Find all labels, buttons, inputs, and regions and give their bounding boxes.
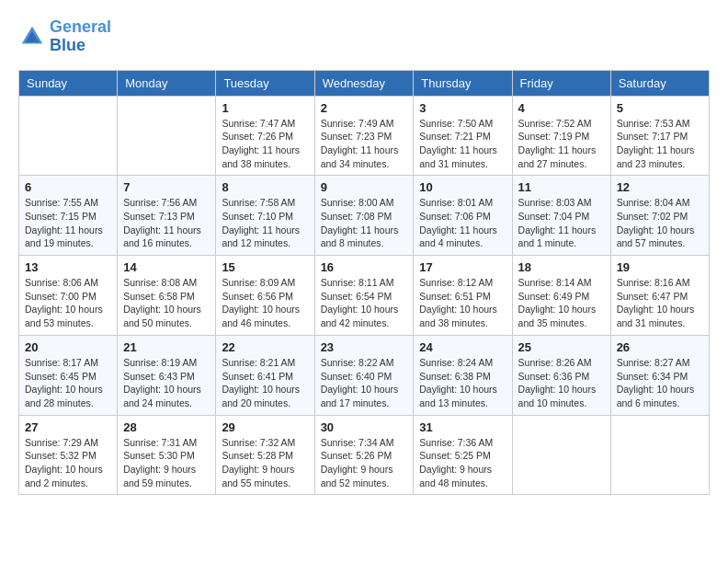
col-header-friday: Friday xyxy=(512,70,610,96)
calendar-cell: 7Sunrise: 7:56 AMSunset: 7:13 PMDaylight… xyxy=(118,176,216,256)
day-number: 2 xyxy=(321,101,408,115)
day-number: 21 xyxy=(123,340,210,354)
day-number: 4 xyxy=(518,101,605,115)
calendar-cell: 15Sunrise: 8:09 AMSunset: 6:56 PMDayligh… xyxy=(216,256,314,336)
calendar-cell xyxy=(118,96,216,176)
day-number: 24 xyxy=(419,340,506,354)
day-info: Sunrise: 8:24 AMSunset: 6:38 PMDaylight:… xyxy=(419,356,506,410)
day-info: Sunrise: 8:19 AMSunset: 6:43 PMDaylight:… xyxy=(123,356,210,410)
day-number: 5 xyxy=(617,101,703,115)
day-number: 23 xyxy=(321,340,408,354)
day-info: Sunrise: 7:34 AMSunset: 5:26 PMDaylight:… xyxy=(321,436,408,490)
day-number: 28 xyxy=(123,420,210,434)
calendar-cell: 9Sunrise: 8:00 AMSunset: 7:08 PMDaylight… xyxy=(314,176,414,256)
day-info: Sunrise: 7:49 AMSunset: 7:23 PMDaylight:… xyxy=(321,117,408,171)
day-info: Sunrise: 8:03 AMSunset: 7:04 PMDaylight:… xyxy=(518,196,605,250)
day-number: 15 xyxy=(222,260,308,274)
day-info: Sunrise: 7:58 AMSunset: 7:10 PMDaylight:… xyxy=(222,196,308,250)
day-number: 27 xyxy=(25,420,111,434)
day-number: 1 xyxy=(222,101,308,115)
logo: General Blue xyxy=(18,18,111,55)
day-number: 11 xyxy=(518,180,605,194)
calendar-cell: 29Sunrise: 7:32 AMSunset: 5:28 PMDayligh… xyxy=(216,415,314,495)
day-info: Sunrise: 7:29 AMSunset: 5:32 PMDaylight:… xyxy=(25,436,111,490)
logo-icon xyxy=(18,23,46,51)
calendar-cell: 11Sunrise: 8:03 AMSunset: 7:04 PMDayligh… xyxy=(512,176,610,256)
day-info: Sunrise: 8:26 AMSunset: 6:36 PMDaylight:… xyxy=(518,356,605,410)
calendar-week-1: 1Sunrise: 7:47 AMSunset: 7:26 PMDaylight… xyxy=(19,96,710,176)
calendar-cell: 21Sunrise: 8:19 AMSunset: 6:43 PMDayligh… xyxy=(118,335,216,415)
day-number: 17 xyxy=(419,260,506,274)
day-info: Sunrise: 8:14 AMSunset: 6:49 PMDaylight:… xyxy=(518,276,605,330)
day-info: Sunrise: 8:21 AMSunset: 6:41 PMDaylight:… xyxy=(222,356,308,410)
calendar-cell: 16Sunrise: 8:11 AMSunset: 6:54 PMDayligh… xyxy=(314,256,414,336)
day-info: Sunrise: 8:09 AMSunset: 6:56 PMDaylight:… xyxy=(222,276,308,330)
calendar-cell: 10Sunrise: 8:01 AMSunset: 7:06 PMDayligh… xyxy=(414,176,512,256)
day-info: Sunrise: 8:06 AMSunset: 7:00 PMDaylight:… xyxy=(25,276,111,330)
day-number: 10 xyxy=(419,180,506,194)
day-info: Sunrise: 7:52 AMSunset: 7:19 PMDaylight:… xyxy=(518,117,605,171)
calendar-week-5: 27Sunrise: 7:29 AMSunset: 5:32 PMDayligh… xyxy=(19,415,710,495)
calendar-cell: 26Sunrise: 8:27 AMSunset: 6:34 PMDayligh… xyxy=(610,335,709,415)
header: General Blue xyxy=(18,18,710,55)
calendar-cell: 22Sunrise: 8:21 AMSunset: 6:41 PMDayligh… xyxy=(216,335,314,415)
day-number: 6 xyxy=(25,180,111,194)
day-number: 18 xyxy=(518,260,605,274)
day-number: 19 xyxy=(617,260,703,274)
calendar-cell: 31Sunrise: 7:36 AMSunset: 5:25 PMDayligh… xyxy=(414,415,512,495)
col-header-saturday: Saturday xyxy=(610,70,709,96)
day-number: 16 xyxy=(321,260,408,274)
calendar-cell: 5Sunrise: 7:53 AMSunset: 7:17 PMDaylight… xyxy=(610,96,709,176)
day-number: 25 xyxy=(518,340,605,354)
day-info: Sunrise: 8:27 AMSunset: 6:34 PMDaylight:… xyxy=(617,356,703,410)
header-row: SundayMondayTuesdayWednesdayThursdayFrid… xyxy=(19,70,710,96)
calendar-week-4: 20Sunrise: 8:17 AMSunset: 6:45 PMDayligh… xyxy=(19,335,710,415)
calendar-cell: 13Sunrise: 8:06 AMSunset: 7:00 PMDayligh… xyxy=(19,256,118,336)
calendar-cell: 28Sunrise: 7:31 AMSunset: 5:30 PMDayligh… xyxy=(118,415,216,495)
calendar-cell xyxy=(610,415,709,495)
calendar-cell: 30Sunrise: 7:34 AMSunset: 5:26 PMDayligh… xyxy=(314,415,414,495)
calendar-week-2: 6Sunrise: 7:55 AMSunset: 7:15 PMDaylight… xyxy=(19,176,710,256)
day-info: Sunrise: 7:47 AMSunset: 7:26 PMDaylight:… xyxy=(222,117,308,171)
calendar-cell: 27Sunrise: 7:29 AMSunset: 5:32 PMDayligh… xyxy=(19,415,118,495)
calendar-cell: 19Sunrise: 8:16 AMSunset: 6:47 PMDayligh… xyxy=(610,256,709,336)
day-number: 8 xyxy=(222,180,308,194)
calendar-cell: 3Sunrise: 7:50 AMSunset: 7:21 PMDaylight… xyxy=(414,96,512,176)
day-info: Sunrise: 8:17 AMSunset: 6:45 PMDaylight:… xyxy=(25,356,111,410)
calendar-cell: 1Sunrise: 7:47 AMSunset: 7:26 PMDaylight… xyxy=(216,96,314,176)
day-info: Sunrise: 8:08 AMSunset: 6:58 PMDaylight:… xyxy=(123,276,210,330)
day-number: 26 xyxy=(617,340,703,354)
day-number: 3 xyxy=(419,101,506,115)
day-info: Sunrise: 8:04 AMSunset: 7:02 PMDaylight:… xyxy=(617,196,703,250)
day-info: Sunrise: 7:50 AMSunset: 7:21 PMDaylight:… xyxy=(419,117,506,171)
day-number: 22 xyxy=(222,340,308,354)
day-info: Sunrise: 8:01 AMSunset: 7:06 PMDaylight:… xyxy=(419,196,506,250)
calendar-week-3: 13Sunrise: 8:06 AMSunset: 7:00 PMDayligh… xyxy=(19,256,710,336)
calendar-cell: 12Sunrise: 8:04 AMSunset: 7:02 PMDayligh… xyxy=(610,176,709,256)
calendar-cell: 20Sunrise: 8:17 AMSunset: 6:45 PMDayligh… xyxy=(19,335,118,415)
day-number: 13 xyxy=(25,260,111,274)
calendar-cell xyxy=(512,415,610,495)
day-info: Sunrise: 8:16 AMSunset: 6:47 PMDaylight:… xyxy=(617,276,703,330)
calendar-table: SundayMondayTuesdayWednesdayThursdayFrid… xyxy=(18,70,710,496)
day-info: Sunrise: 8:12 AMSunset: 6:51 PMDaylight:… xyxy=(419,276,506,330)
calendar-cell: 17Sunrise: 8:12 AMSunset: 6:51 PMDayligh… xyxy=(414,256,512,336)
day-number: 14 xyxy=(123,260,210,274)
calendar-cell: 14Sunrise: 8:08 AMSunset: 6:58 PMDayligh… xyxy=(118,256,216,336)
col-header-thursday: Thursday xyxy=(414,70,512,96)
col-header-sunday: Sunday xyxy=(19,70,118,96)
col-header-monday: Monday xyxy=(118,70,216,96)
day-info: Sunrise: 7:55 AMSunset: 7:15 PMDaylight:… xyxy=(25,196,111,250)
day-info: Sunrise: 7:56 AMSunset: 7:13 PMDaylight:… xyxy=(123,196,210,250)
calendar-cell: 25Sunrise: 8:26 AMSunset: 6:36 PMDayligh… xyxy=(512,335,610,415)
day-info: Sunrise: 7:36 AMSunset: 5:25 PMDaylight:… xyxy=(419,436,506,490)
calendar-cell: 2Sunrise: 7:49 AMSunset: 7:23 PMDaylight… xyxy=(314,96,414,176)
calendar-cell: 6Sunrise: 7:55 AMSunset: 7:15 PMDaylight… xyxy=(19,176,118,256)
day-info: Sunrise: 8:00 AMSunset: 7:08 PMDaylight:… xyxy=(321,196,408,250)
calendar-cell: 18Sunrise: 8:14 AMSunset: 6:49 PMDayligh… xyxy=(512,256,610,336)
day-info: Sunrise: 8:22 AMSunset: 6:40 PMDaylight:… xyxy=(321,356,408,410)
calendar-cell xyxy=(19,96,118,176)
day-number: 31 xyxy=(419,420,506,434)
calendar-cell: 4Sunrise: 7:52 AMSunset: 7:19 PMDaylight… xyxy=(512,96,610,176)
calendar-cell: 24Sunrise: 8:24 AMSunset: 6:38 PMDayligh… xyxy=(414,335,512,415)
